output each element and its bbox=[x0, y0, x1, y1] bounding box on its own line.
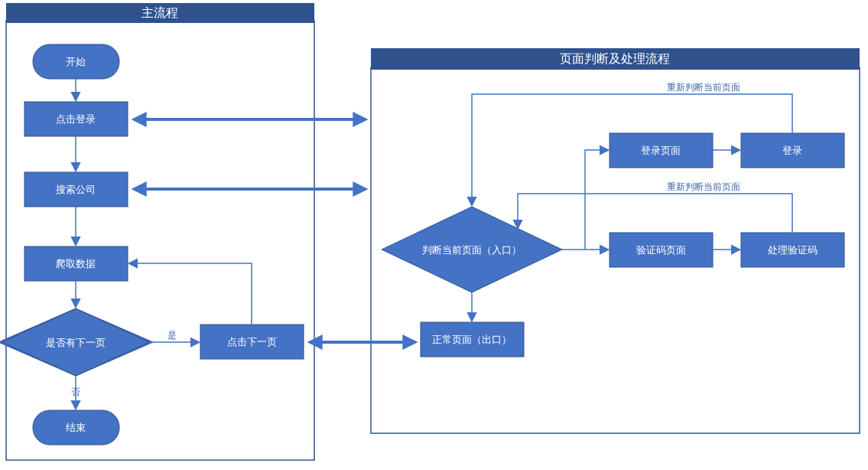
page-panel-title: 页面判断及处理流程 bbox=[560, 52, 670, 65]
flowchart-canvas: 主流程 开始 点击登录 搜索公司 爬取数据 是否有下一页 是 点击下一页 否 bbox=[0, 0, 868, 470]
normal-exit-node: 正常页面（出口） bbox=[421, 322, 524, 357]
click-next-label: 点击下一页 bbox=[227, 336, 277, 348]
crawl-data-label: 爬取数据 bbox=[56, 258, 96, 269]
do-login-label: 登录 bbox=[782, 145, 802, 156]
captcha-page-label: 验证码页面 bbox=[636, 244, 686, 256]
svg-rect-0 bbox=[6, 21, 314, 460]
search-company-label: 搜索公司 bbox=[56, 184, 96, 195]
search-company-node: 搜索公司 bbox=[24, 172, 128, 207]
no-label: 否 bbox=[71, 387, 80, 397]
end-node: 结束 bbox=[33, 410, 119, 445]
judge-entry-label: 判断当前页面（入口） bbox=[422, 244, 522, 256]
yes-label: 是 bbox=[167, 330, 177, 341]
click-login-node: 点击登录 bbox=[24, 102, 128, 136]
has-next-label: 是否有下一页 bbox=[46, 337, 106, 348]
rejudge-label-1: 重新判断当前页面 bbox=[667, 82, 740, 93]
start-node: 开始 bbox=[33, 44, 119, 79]
crawl-data-node: 爬取数据 bbox=[24, 246, 128, 281]
start-label: 开始 bbox=[66, 56, 86, 67]
do-login-node: 登录 bbox=[741, 133, 844, 168]
click-login-label: 点击登录 bbox=[56, 113, 96, 125]
normal-exit-label: 正常页面（出口） bbox=[432, 334, 512, 345]
do-captcha-node: 处理验证码 bbox=[741, 233, 844, 267]
do-captcha-label: 处理验证码 bbox=[768, 244, 818, 256]
click-next-node: 点击下一页 bbox=[200, 325, 304, 359]
rejudge-label-2: 重新判断当前页面 bbox=[667, 181, 740, 192]
login-page-label: 登录页面 bbox=[641, 145, 681, 156]
captcha-page-node: 验证码页面 bbox=[610, 233, 713, 267]
login-page-node: 登录页面 bbox=[610, 133, 713, 168]
end-label: 结束 bbox=[66, 422, 86, 433]
main-panel-title: 主流程 bbox=[141, 6, 178, 19]
